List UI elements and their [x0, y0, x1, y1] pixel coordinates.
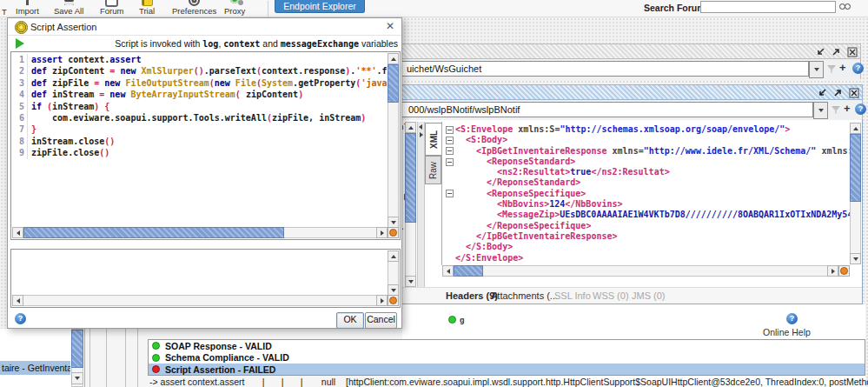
xml-line[interactable]: <MessageZip>UEsDBC0AAAAIAE1W4VKTb7D8////…	[444, 210, 850, 220]
minimize-window-icon[interactable]	[815, 46, 826, 57]
script-output-area[interactable]	[10, 249, 401, 308]
collapse-left-icon[interactable]	[419, 124, 422, 130]
fold-toggle[interactable]	[444, 124, 455, 135]
scrollbar-thumb[interactable]	[454, 265, 483, 277]
assertion-log-entry[interactable]: -> assert context.assert | | | null [htt…	[149, 377, 868, 387]
toolbar-item-proxy[interactable]: Proxy	[224, 0, 245, 16]
scroll-left-button[interactable]	[12, 227, 23, 238]
tab-wss-0[interactable]: WSS (0)	[593, 290, 629, 301]
assertion-row[interactable]: Schema Compliance - VALID	[149, 352, 865, 364]
toolbar-item-save-all[interactable]: Save All	[54, 0, 83, 16]
xml-line[interactable]: <IpBGetInventaireResponse xmlns="http://…	[444, 146, 850, 157]
split-editor-button[interactable]	[388, 295, 399, 306]
scroll-down-button[interactable]	[850, 253, 861, 264]
xml-line[interactable]: <ReponseStandard>	[444, 157, 850, 167]
navigator-tree-item[interactable]: taire - GetInventaire	[0, 361, 70, 375]
code-line[interactable]: 7}	[11, 123, 387, 135]
dialog-help-icon[interactable]: ?	[15, 313, 26, 324]
fold-toggle[interactable]	[444, 135, 455, 145]
code-line[interactable]: 1assert context.assert	[11, 54, 387, 65]
collapse-icon[interactable]	[446, 147, 454, 155]
xml-line[interactable]: </S:Body>	[444, 242, 850, 252]
assertion-row[interactable]: Script Assertion - FAILED	[149, 364, 865, 376]
code-line[interactable]: 3def zipFile = new FileOutputStream(new …	[11, 77, 387, 89]
endpoint-dropdown-button[interactable]	[813, 102, 828, 119]
tab-attachments[interactable]: Attachments (...	[491, 290, 558, 301]
code-line[interactable]: 4def inStream = new ByteArrayInputStream…	[11, 89, 387, 100]
xml-line[interactable]: </S:Envelope>	[444, 253, 850, 264]
help-icon[interactable]: ?	[855, 103, 866, 115]
close-window-icon[interactable]	[848, 87, 859, 98]
scroll-right-button[interactable]	[827, 265, 838, 277]
scrollbar-thumb[interactable]	[388, 64, 399, 103]
collapse-icon[interactable]	[446, 137, 454, 144]
split-editor-button[interactable]	[388, 227, 399, 238]
toolbar-item-trial[interactable]: Trial	[139, 0, 155, 16]
xml-response-panel[interactable]: <S:Envelope xmlns:S="http://schemas.xmls…	[441, 122, 850, 265]
script-code-editor[interactable]: 1assert context.assert2def zipContent = …	[10, 51, 401, 240]
add-endpoint-icon[interactable]: +	[839, 63, 846, 73]
scrollbar-thumb[interactable]	[850, 134, 861, 202]
tab-xml[interactable]: XML	[425, 123, 441, 156]
scroll-right-button[interactable]	[376, 295, 388, 306]
toolbar-item-preferences[interactable]: Preferences	[172, 0, 216, 16]
maximize-window-icon[interactable]	[831, 46, 842, 57]
scroll-up-button[interactable]	[405, 122, 416, 133]
close-window-icon[interactable]	[846, 46, 858, 57]
output-horizontal-scrollbar[interactable]	[12, 295, 388, 306]
scroll-left-button[interactable]	[442, 265, 454, 277]
search-forum-input[interactable]	[700, 1, 836, 13]
assertion-row[interactable]: SOAP Response - VALID	[149, 340, 865, 352]
scroll-right-button[interactable]	[376, 227, 388, 238]
code-line[interactable]: 9zipFile.close()	[11, 147, 387, 158]
cancel-button[interactable]: Cancel	[365, 312, 397, 329]
xml-line[interactable]: </ReponseSpecifique>	[444, 221, 850, 231]
dialog-titlebar[interactable]: Script Assertion ✕	[8, 18, 401, 36]
fold-toggle[interactable]	[444, 189, 455, 199]
scrollbar-thumb[interactable]	[23, 227, 284, 238]
toolbar-item-forum[interactable]: Forum	[100, 0, 123, 16]
panel-splitter[interactable]	[417, 122, 425, 287]
tab-headers-9[interactable]: Headers (9)	[446, 290, 498, 301]
dialog-splitter-handle[interactable]	[10, 242, 401, 249]
scroll-left-button[interactable]	[12, 295, 23, 306]
scrollbar-thumb[interactable]	[71, 330, 83, 368]
fold-toggle[interactable]	[444, 157, 455, 167]
code-line[interactable]: 2def zipContent = new XmlSlurper().parse…	[11, 65, 387, 77]
add-endpoint-icon[interactable]: +	[844, 103, 851, 114]
fold-toggle[interactable]	[444, 146, 455, 157]
tab-raw[interactable]: Raw	[425, 156, 441, 184]
code-line[interactable]: 5if (inStream) {	[11, 101, 387, 112]
xml-line[interactable]: <S:Body>	[444, 135, 850, 145]
scroll-down-button[interactable]	[405, 276, 416, 287]
help-icon[interactable]: ?	[852, 63, 864, 74]
toolbar-item-import[interactable]: Import	[16, 0, 39, 16]
xml-line[interactable]: <ns2:Resultat>true</ns2:Resultat>	[444, 167, 850, 177]
minimize-window-icon[interactable]	[817, 87, 828, 98]
xml-line[interactable]: </ReponseStandard>	[444, 177, 850, 188]
scroll-up-button[interactable]	[388, 250, 399, 262]
scroll-up-button[interactable]	[850, 123, 861, 134]
response-horizontal-scrollbar[interactable]	[442, 265, 850, 277]
xml-line[interactable]: <S:Envelope xmlns:S="http://schemas.xmls…	[444, 124, 850, 135]
expand-right-icon[interactable]	[420, 132, 423, 137]
collapse-icon[interactable]	[446, 158, 454, 166]
code-line[interactable]: 8inStream.close()	[11, 136, 387, 147]
ok-button[interactable]: OK	[336, 312, 364, 329]
online-help-icon[interactable]: ?	[786, 313, 798, 324]
run-script-button[interactable]	[16, 38, 24, 49]
search-icon[interactable]	[839, 3, 850, 10]
endpoint-dropdown-button[interactable]	[809, 61, 824, 78]
scroll-up-button[interactable]	[388, 53, 399, 64]
xml-line[interactable]: </IpBGetInventaireResponse>	[444, 231, 850, 242]
toolbar-item-partial[interactable]: T	[2, 7, 7, 17]
endpoint-explorer-button[interactable]: Endpoint Explorer	[275, 0, 365, 13]
maximize-window-icon[interactable]	[832, 87, 844, 98]
collapse-icon[interactable]	[446, 190, 454, 197]
online-help-label[interactable]: Online Help	[763, 327, 811, 337]
split-editor-button[interactable]	[838, 265, 850, 277]
collapse-icon[interactable]	[446, 126, 454, 134]
code-line[interactable]: 6 com.eviware.soapui.support.Tools.write…	[11, 112, 387, 123]
tab-jms-0[interactable]: JMS (0)	[632, 290, 666, 301]
xml-line[interactable]: <ReponseSpecifique>	[444, 189, 850, 199]
